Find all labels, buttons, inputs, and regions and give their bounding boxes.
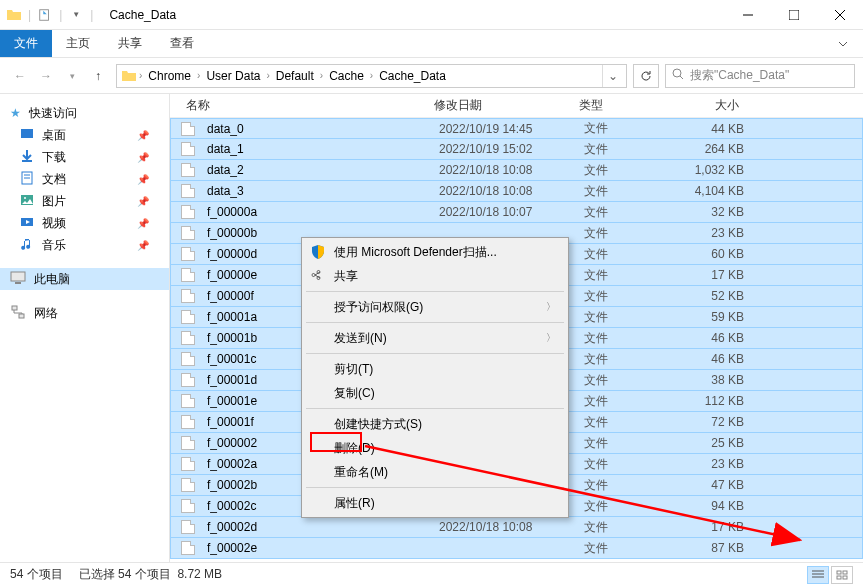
menu-item-label: 授予访问权限(G) <box>334 299 423 316</box>
cell-type: 文件 <box>578 309 650 326</box>
breadcrumb-item[interactable]: Cache_Data <box>375 69 450 83</box>
tab-file[interactable]: 文件 <box>0 30 52 57</box>
cell-size: 60 KB <box>650 247 750 261</box>
table-row[interactable]: f_00002e文件87 KB <box>170 538 863 559</box>
breadcrumb-item[interactable]: Default <box>272 69 318 83</box>
cell-size: 87 KB <box>650 541 750 555</box>
cell-type: 文件 <box>578 162 650 179</box>
back-button[interactable]: ← <box>8 64 32 88</box>
table-row[interactable]: f_00000a2022/10/18 10:07文件32 KB <box>170 202 863 223</box>
table-row[interactable]: f_00002d2022/10/18 10:08文件17 KB <box>170 517 863 538</box>
file-icon <box>181 373 195 387</box>
properties-icon[interactable] <box>37 7 53 23</box>
file-icon <box>181 499 195 513</box>
sidebar-quick-access[interactable]: ★ 快速访问 <box>0 102 169 124</box>
menu-item[interactable]: 属性(R) <box>304 491 566 515</box>
address-bar: ← → ▾ ↑ › Chrome › User Data › Default ›… <box>0 58 863 94</box>
col-resize-handle[interactable]: ⇅ <box>468 96 476 116</box>
sidebar-item[interactable]: 音乐📌 <box>0 234 169 256</box>
forward-button[interactable]: → <box>34 64 58 88</box>
view-mode-buttons <box>807 566 853 584</box>
cell-type: 文件 <box>578 246 650 263</box>
svg-rect-24 <box>843 576 847 579</box>
dropdown-icon[interactable]: ▼ <box>68 7 84 23</box>
folder-icon <box>6 7 22 23</box>
table-row[interactable]: data_22022/10/18 10:08文件1,032 KB <box>170 160 863 181</box>
cell-type: 文件 <box>578 456 650 473</box>
tab-view[interactable]: 查看 <box>156 30 208 57</box>
menu-item[interactable]: 使用 Microsoft Defender扫描... <box>304 240 566 264</box>
tab-home[interactable]: 主页 <box>52 30 104 57</box>
close-button[interactable] <box>817 0 863 30</box>
sidebar-item-label: 网络 <box>34 305 58 322</box>
file-icon <box>181 122 195 136</box>
menu-item[interactable]: 剪切(T) <box>304 357 566 381</box>
cell-date: 2022/10/18 10:08 <box>433 184 578 198</box>
search-input[interactable]: 搜索"Cache_Data" <box>665 64 855 88</box>
col-date[interactable]: 修改日期 <box>428 97 573 114</box>
status-count: 54 个项目 <box>10 566 63 583</box>
titlebar: | | ▼ | Cache_Data <box>0 0 863 30</box>
ribbon-expand-button[interactable] <box>823 30 863 57</box>
table-row[interactable]: data_32022/10/18 10:08文件4,104 KB <box>170 181 863 202</box>
breadcrumb-item[interactable]: Chrome <box>144 69 195 83</box>
col-type[interactable]: 类型 <box>573 97 645 114</box>
menu-item-label: 发送到(N) <box>334 330 387 347</box>
cell-type: 文件 <box>578 372 650 389</box>
menu-item[interactable]: 共享 <box>304 264 566 288</box>
folder-icon <box>20 171 34 188</box>
menu-item-label: 共享 <box>334 268 358 285</box>
breadcrumb-item[interactable]: Cache <box>325 69 368 83</box>
sidebar-this-pc[interactable]: 此电脑 <box>0 268 169 290</box>
menu-item[interactable]: 授予访问权限(G)〉 <box>304 295 566 319</box>
cell-date: 2022/10/18 10:08 <box>433 163 578 177</box>
table-row[interactable]: data_12022/10/19 15:02文件264 KB <box>170 139 863 160</box>
cell-size: 44 KB <box>650 122 750 136</box>
tab-share[interactable]: 共享 <box>104 30 156 57</box>
sidebar-item[interactable]: 下载📌 <box>0 146 169 168</box>
sidebar-item[interactable]: 视频📌 <box>0 212 169 234</box>
cell-date: 2022/10/19 14:45 <box>433 122 578 136</box>
up-button[interactable]: ↑ <box>86 64 110 88</box>
minimize-button[interactable] <box>725 0 771 30</box>
chevron-right-icon[interactable]: › <box>197 70 200 81</box>
table-row[interactable]: data_02022/10/19 14:45文件44 KB <box>170 118 863 139</box>
sidebar-item-label: 文档 <box>42 171 66 188</box>
menu-item-label: 重命名(M) <box>334 464 388 481</box>
breadcrumb[interactable]: › Chrome › User Data › Default › Cache ›… <box>116 64 627 88</box>
col-size[interactable]: 大小 <box>645 97 745 114</box>
col-name[interactable]: 名称 <box>180 97 428 114</box>
breadcrumb-dropdown[interactable]: ⌄ <box>602 65 622 87</box>
cell-size: 47 KB <box>650 478 750 492</box>
sidebar-item[interactable]: 桌面📌 <box>0 124 169 146</box>
cell-type: 文件 <box>578 141 650 158</box>
file-icon <box>181 205 195 219</box>
refresh-button[interactable] <box>633 64 659 88</box>
star-icon: ★ <box>10 106 21 120</box>
maximize-button[interactable] <box>771 0 817 30</box>
cell-name: data_1 <box>201 142 433 156</box>
sidebar-item[interactable]: 文档📌 <box>0 168 169 190</box>
recent-dropdown[interactable]: ▾ <box>60 64 84 88</box>
cell-name: f_00002e <box>201 541 433 555</box>
sidebar-item-label: 音乐 <box>42 237 66 254</box>
svg-rect-23 <box>837 576 841 579</box>
menu-item[interactable]: 删除(D) <box>304 436 566 460</box>
cell-size: 1,032 KB <box>650 163 750 177</box>
sidebar-network[interactable]: 网络 <box>0 302 169 324</box>
chevron-right-icon[interactable]: › <box>320 70 323 81</box>
chevron-right-icon[interactable]: › <box>139 70 142 81</box>
folder-icon <box>20 215 34 232</box>
menu-item[interactable]: 发送到(N)〉 <box>304 326 566 350</box>
menu-item[interactable]: 创建快捷方式(S) <box>304 412 566 436</box>
menu-item[interactable]: 复制(C) <box>304 381 566 405</box>
sidebar-item[interactable]: 图片📌 <box>0 190 169 212</box>
breadcrumb-item[interactable]: User Data <box>202 69 264 83</box>
chevron-right-icon[interactable]: › <box>370 70 373 81</box>
chevron-right-icon[interactable]: › <box>266 70 269 81</box>
view-icons-button[interactable] <box>831 566 853 584</box>
file-icon <box>181 247 195 261</box>
pc-icon <box>10 271 26 288</box>
view-details-button[interactable] <box>807 566 829 584</box>
menu-item[interactable]: 重命名(M) <box>304 460 566 484</box>
